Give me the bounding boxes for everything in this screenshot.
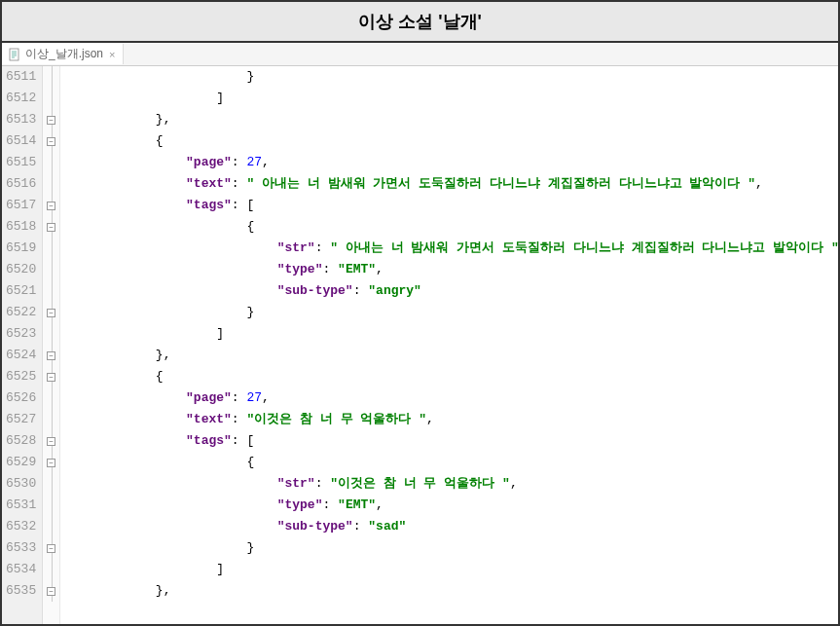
fold-cell: − xyxy=(43,345,59,366)
line-number: 6520 xyxy=(6,259,36,280)
fold-cell xyxy=(43,259,59,280)
fold-end-icon[interactable]: − xyxy=(47,544,55,553)
fold-end-icon[interactable]: − xyxy=(47,309,55,317)
code-line[interactable]: "sub-type": "sad" xyxy=(64,516,838,537)
fold-cell xyxy=(43,323,59,345)
fold-cell xyxy=(43,495,59,516)
fold-cell xyxy=(43,173,59,195)
code-line[interactable]: }, xyxy=(64,580,838,602)
fold-collapse-icon[interactable]: − xyxy=(47,373,55,382)
fold-cell xyxy=(43,473,59,495)
token-key: "sub-type" xyxy=(277,283,353,298)
code-line[interactable]: "text": "이것은 참 너 무 억울하다 ", xyxy=(64,409,838,430)
line-number: 6517 xyxy=(6,195,36,216)
line-number: 6522 xyxy=(6,302,36,323)
code-line[interactable]: "tags": [ xyxy=(64,430,838,452)
code-line[interactable]: { xyxy=(64,216,838,238)
line-number: 6525 xyxy=(6,366,36,387)
token-str: " 아내는 너 밤새워 가면서 도둑질하러 다니느냐 계집질하러 다니느냐고 발… xyxy=(330,240,838,255)
code-line[interactable]: { xyxy=(64,366,838,387)
code-line[interactable]: } xyxy=(64,302,838,323)
token-key: "text" xyxy=(186,176,232,191)
fold-end-icon[interactable]: − xyxy=(47,587,55,596)
fold-collapse-icon[interactable]: − xyxy=(47,459,55,467)
editor-window: 이상 소설 '날개' 이상_날개.json × 6511651265136514… xyxy=(0,0,840,626)
line-gutter: 6511651265136514651565166517651865196520… xyxy=(2,66,43,624)
fold-cell xyxy=(43,409,59,430)
code-line[interactable]: }, xyxy=(64,109,838,130)
code-line[interactable]: "str": " 아내는 너 밤새워 가면서 도둑질하러 다니느냐 계집질하러 … xyxy=(64,238,838,259)
line-number: 6534 xyxy=(6,559,36,580)
token-punct: : xyxy=(232,390,247,405)
code-line[interactable]: ] xyxy=(64,88,838,109)
file-tab[interactable]: 이상_날개.json × xyxy=(2,44,124,64)
token-punct: }, xyxy=(156,348,171,362)
line-number: 6526 xyxy=(6,387,36,409)
code-line[interactable]: "str": "이것은 참 너 무 억울하다 ", xyxy=(64,473,838,495)
code-content[interactable]: } ] }, { "page": 27, "text": " 아내는 너 밤새워… xyxy=(60,66,838,624)
code-editor[interactable]: 6511651265136514651565166517651865196520… xyxy=(2,66,838,624)
code-line[interactable]: { xyxy=(64,452,838,473)
fold-collapse-icon[interactable]: − xyxy=(47,437,55,446)
token-punct: ] xyxy=(216,562,224,576)
token-key: "str" xyxy=(277,476,315,491)
token-punct: } xyxy=(246,540,254,555)
code-line[interactable]: "type": "EMT", xyxy=(64,259,838,280)
line-number: 6529 xyxy=(6,452,36,473)
token-key: "text" xyxy=(186,412,232,426)
token-key: "tags" xyxy=(186,433,232,448)
fold-collapse-icon[interactable]: − xyxy=(47,137,55,146)
code-line[interactable]: }, xyxy=(64,345,838,366)
fold-cell: − xyxy=(43,452,59,473)
code-line[interactable]: "page": 27, xyxy=(64,387,838,409)
svg-rect-0 xyxy=(10,49,18,60)
fold-cell: − xyxy=(43,430,59,452)
token-num: 27 xyxy=(246,155,262,169)
token-str: " 아내는 너 밤새워 가면서 도둑질하러 다니느냐 계집질하러 다니느냐고 발… xyxy=(246,176,755,191)
fold-cell: − xyxy=(43,580,59,602)
line-number: 6524 xyxy=(6,345,36,366)
line-number: 6523 xyxy=(6,323,36,345)
token-key: "type" xyxy=(277,497,323,512)
code-line[interactable]: "text": " 아내는 너 밤새워 가면서 도둑질하러 다니느냐 계집질하러… xyxy=(64,173,838,195)
token-str: "EMT" xyxy=(338,262,376,276)
title-bar: 이상 소설 '날개' xyxy=(2,2,838,43)
code-line[interactable]: { xyxy=(64,130,838,152)
fold-cell xyxy=(43,559,59,580)
fold-cell: − xyxy=(43,130,59,152)
code-line[interactable]: } xyxy=(64,537,838,559)
code-line[interactable]: } xyxy=(64,66,838,88)
fold-cell xyxy=(43,66,59,88)
token-str: "angry" xyxy=(368,283,421,298)
fold-cell: − xyxy=(43,537,59,559)
code-line[interactable]: ] xyxy=(64,559,838,580)
token-punct: , xyxy=(755,176,763,191)
code-line[interactable]: "tags": [ xyxy=(64,195,838,216)
token-punct: { xyxy=(156,369,164,384)
fold-end-icon[interactable]: − xyxy=(47,351,55,360)
code-line[interactable]: "type": "EMT", xyxy=(64,495,838,516)
fold-collapse-icon[interactable]: − xyxy=(47,202,55,210)
code-line[interactable]: "page": 27, xyxy=(64,152,838,173)
token-key: "page" xyxy=(186,155,232,169)
close-icon[interactable]: × xyxy=(107,49,117,60)
fold-collapse-icon[interactable]: − xyxy=(47,223,55,232)
token-punct: : xyxy=(322,262,338,276)
token-punct: : xyxy=(232,155,247,169)
token-punct: : xyxy=(315,240,331,255)
token-punct: : xyxy=(315,476,331,491)
fold-cell xyxy=(43,238,59,259)
code-line[interactable]: "sub-type": "angry" xyxy=(64,280,838,302)
token-num: 27 xyxy=(246,390,262,405)
fold-end-icon[interactable]: − xyxy=(47,116,55,125)
token-punct: : xyxy=(232,412,247,426)
token-key: "sub-type" xyxy=(277,519,353,534)
fold-cell xyxy=(43,152,59,173)
fold-cell xyxy=(43,387,59,409)
line-number: 6515 xyxy=(6,152,36,173)
code-line[interactable]: ] xyxy=(64,323,838,345)
line-number: 6512 xyxy=(6,88,36,109)
line-number: 6519 xyxy=(6,238,36,259)
line-number: 6530 xyxy=(6,473,36,495)
token-punct: { xyxy=(156,133,164,148)
